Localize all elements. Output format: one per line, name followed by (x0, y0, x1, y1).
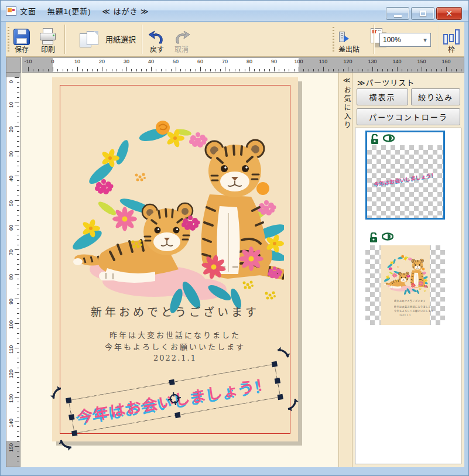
ruler-label: 120 (343, 59, 352, 64)
paper-select-button[interactable]: 用紙選択 (74, 25, 141, 55)
ruler-tick (57, 69, 58, 71)
card-message-line2[interactable]: 今年もよろしくお願いいたします (52, 341, 298, 352)
address-to-card-icon (339, 28, 359, 46)
save-button[interactable]: 保存 (12, 25, 32, 55)
resize-handle-sw[interactable] (71, 430, 77, 436)
ruler-tick (28, 67, 29, 71)
ruler-label: 30 (8, 151, 14, 157)
ruler-tick (377, 69, 378, 71)
rotate-arrow-icon[interactable] (275, 344, 292, 361)
rotate-arrow-icon[interactable] (57, 436, 74, 453)
zoom-select[interactable]: 100% ▾ (379, 33, 431, 47)
selected-text-element[interactable]: 今年はお会いしましょう！ (69, 364, 281, 433)
redo-button[interactable]: 取消 (171, 25, 192, 55)
resize-handle-s[interactable] (174, 412, 180, 418)
horizontal-ruler: -100102030405060708090100110120130140150… (22, 57, 464, 73)
ruler-tick (131, 69, 132, 71)
ruler-tick (17, 368, 19, 368)
print-button[interactable]: 印刷 (37, 25, 59, 55)
ruler-tick (17, 426, 19, 427)
ruler-tick (333, 69, 334, 71)
ruler-tick (15, 249, 19, 250)
ruler-tick (382, 69, 383, 71)
favorites-strip[interactable]: ≪お気に入り (338, 73, 352, 467)
part-text-preview: 今年はお会いしましょう！ (368, 170, 442, 189)
ruler-tick (17, 245, 19, 245)
card-message-line1[interactable]: 昨年は大変お世話になりました (52, 329, 298, 340)
ruler-tick (319, 69, 319, 71)
sender-paste-button[interactable]: 差出貼 (337, 25, 361, 55)
toolbar-grip[interactable] (333, 27, 334, 52)
undo-button[interactable]: 戻す (146, 25, 167, 55)
chevron-down-icon: ▾ (420, 33, 430, 46)
mini-tiger-illustration (382, 255, 428, 296)
ruler-tick (200, 67, 201, 71)
parts-list-header[interactable]: ≫パーツリスト (357, 77, 415, 88)
paper-select-label: 用紙選択 (105, 36, 136, 44)
ruler-label: 70 (222, 59, 228, 64)
ruler-tick (17, 259, 19, 260)
unlocked-padlock-icon[interactable] (369, 232, 378, 243)
ruler-label: 110 (8, 345, 14, 354)
frame-button[interactable]: 枠 (441, 25, 461, 55)
resize-handle-ne[interactable] (272, 361, 278, 367)
save-label: 保存 (15, 46, 29, 54)
ruler-label: 130 (368, 59, 376, 64)
resize-handle-w[interactable] (69, 414, 74, 420)
tiger-illustration[interactable] (66, 119, 284, 317)
ruler-tick (17, 112, 19, 112)
filter-button[interactable]: 絞り込み (411, 88, 460, 105)
frame-label: 枠 (448, 46, 455, 54)
resize-handle-se[interactable] (278, 394, 283, 400)
parts-controller-button[interactable]: パーツコントローラ (357, 108, 460, 125)
design-canvas[interactable]: 新年おめでとうございます 昨年は大変お世話になりました 今年もよろしくお願いいた… (20, 73, 338, 467)
ruler-tick (17, 210, 19, 211)
rotate-arrow-icon[interactable] (284, 396, 302, 413)
ruler-label: 50 (173, 59, 179, 64)
ruler-tick (17, 87, 19, 88)
ruler-tick (17, 166, 19, 166)
ruler-tick (461, 69, 461, 71)
toolbar: 保存 印刷 用紙選択 戻す 取消 差出貼 (6, 22, 464, 57)
ruler-tick (151, 67, 152, 71)
close-button[interactable]: ✕ (436, 7, 462, 20)
app-window: 文面 無題1(更新) ≪ はがき ≫ ✕ 保存 印刷 用紙選択 (0, 0, 469, 476)
ruler-tick (17, 451, 19, 451)
redo-label: 取消 (174, 46, 189, 54)
postcard-page[interactable]: 新年おめでとうございます 昨年は大変お世話になりました 今年もよろしくお願いいた… (52, 77, 298, 441)
unlocked-padlock-icon[interactable] (370, 134, 379, 145)
toolbar-grip[interactable] (8, 27, 9, 52)
resize-handle-nw[interactable] (66, 398, 71, 403)
ruler-tick (15, 422, 19, 422)
ruler-tick (362, 69, 363, 71)
part-item-image[interactable]: 新年おめでとうございます 昨年は大変お世話になりました 今年もよろしくお願いいた… (365, 232, 447, 326)
eye-icon[interactable] (382, 232, 393, 241)
resize-handle-e[interactable] (275, 378, 280, 383)
ruler-label: 50 (8, 200, 14, 206)
card-greeting[interactable]: 新年おめでとうございます (52, 303, 298, 319)
rotate-arrow-icon[interactable] (47, 384, 65, 402)
horizontal-view-button[interactable]: 横表示 (357, 88, 408, 105)
ruler-tick (343, 69, 344, 71)
ruler-tick (17, 254, 19, 255)
card-date[interactable]: 2022.1.1 (52, 354, 298, 362)
close-icon: ✕ (446, 9, 453, 18)
crosshair-icon[interactable] (166, 391, 183, 407)
ruler-label: 80 (247, 59, 252, 64)
ruler-tick (87, 69, 88, 71)
eye-icon[interactable] (383, 134, 395, 142)
ruler-label: 160 (441, 59, 450, 64)
minimize-button[interactable] (386, 7, 409, 20)
ruler-label: 100 (8, 320, 14, 329)
ruler-tick (63, 69, 63, 71)
resize-handle-n[interactable] (169, 379, 174, 385)
ruler-tick (338, 69, 338, 71)
maximize-button[interactable] (411, 7, 434, 20)
ruler-tick (284, 69, 285, 71)
ruler-tick (422, 67, 422, 71)
ruler-tick (17, 382, 19, 383)
ruler-tick (210, 69, 211, 71)
ruler-tick (117, 69, 117, 71)
part-item-text[interactable]: 今年はお会いしましょう！ (365, 131, 445, 220)
collapse-chevron-icon[interactable]: ≪ (343, 76, 351, 86)
